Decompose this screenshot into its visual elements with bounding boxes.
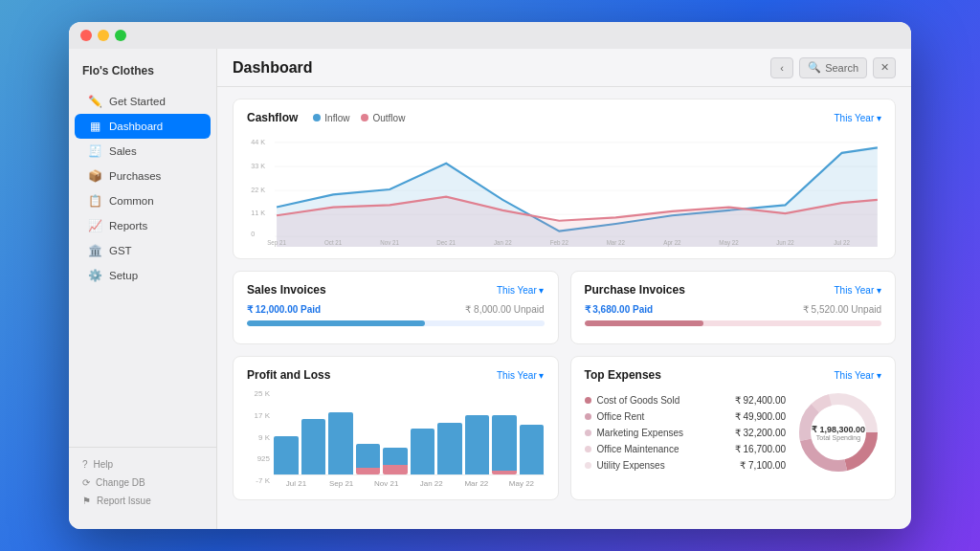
back-button[interactable]: ‹ (770, 57, 793, 78)
cashflow-legend: Inflow Outflow (313, 113, 405, 123)
pl-bar-pos-10 (520, 425, 545, 474)
svg-text:May 22: May 22 (719, 239, 739, 247)
svg-text:33 K: 33 K (251, 162, 265, 170)
pl-bar-5 (383, 389, 408, 474)
expense-dot-2 (585, 413, 591, 420)
sidebar-footer: ? Help ⟳ Change DB ⚑ Report Issue (69, 447, 216, 518)
outflow-label: Outflow (372, 113, 405, 123)
sales-invoices-card: Sales Invoices This Year ▾ ₹ 12,000.00 P… (233, 271, 559, 344)
pl-filter[interactable]: This Year ▾ (497, 370, 544, 381)
minimize-button[interactable] (98, 30, 109, 41)
purchase-invoices-card: Purchase Invoices This Year ▾ ₹ 3,680.00… (570, 271, 897, 344)
sidebar-item-gst[interactable]: 🏛️ GST (75, 238, 211, 263)
pl-bar-6 (411, 389, 435, 474)
report-issue-label: Report Issue (97, 496, 151, 506)
expense-name-4: Office Maintenance (585, 444, 735, 454)
report-issue-link[interactable]: ⚑ Report Issue (69, 492, 216, 510)
sales-invoices-title: Sales Invoices (247, 283, 326, 297)
cashflow-chart: 44 K 33 K 22 K 11 K 0 (247, 132, 881, 247)
expense-label-1: Cost of Goods Sold (597, 395, 680, 406)
pl-bar-neg-4 (356, 468, 381, 474)
expense-amount-4: ₹ 16,700.00 (735, 444, 786, 454)
purchase-invoice-amounts: ₹ 3,680.00 Paid ₹ 5,520.00 Unpaid (585, 304, 882, 315)
pl-x5: Mar 22 (454, 479, 499, 488)
setup-icon: ⚙️ (88, 269, 101, 282)
common-icon: 📋 (88, 194, 101, 208)
pl-x4: Jan 22 (409, 479, 454, 488)
help-link[interactable]: ? Help (69, 455, 216, 474)
expense-amount-3: ₹ 32,200.00 (735, 428, 786, 438)
close-button[interactable] (80, 30, 92, 41)
top-expenses-card: Top Expenses This Year ▾ Cost of Goods S… (570, 356, 897, 500)
sidebar-item-label: Common (109, 195, 154, 207)
top-expenses-filter[interactable]: This Year ▾ (835, 370, 881, 381)
purchase-invoice-bar (585, 320, 882, 326)
pl-bar-pos-3 (328, 412, 353, 474)
expense-amount-1: ₹ 92,400.00 (735, 395, 786, 406)
page-title: Dashboard (233, 59, 313, 77)
sidebar-item-label: Dashboard (109, 121, 163, 132)
pl-bar-pos-7 (437, 423, 462, 474)
expense-label-3: Marketing Expenses (597, 428, 684, 438)
expense-name-5: Utility Expenses (585, 460, 741, 471)
top-expenses-header: Top Expenses This Year ▾ (585, 368, 882, 382)
pl-bar-1 (274, 389, 299, 474)
sidebar-item-sales[interactable]: 🧾 Sales (75, 139, 211, 164)
sidebar-item-reports[interactable]: 📈 Reports (75, 213, 211, 238)
expense-dot-3 (585, 430, 591, 436)
titlebar (69, 22, 911, 49)
svg-text:Jan 22: Jan 22 (494, 239, 512, 246)
svg-text:22 K: 22 K (251, 186, 265, 194)
close-panel-button[interactable]: ✕ (873, 57, 896, 78)
sidebar-item-label: Get Started (109, 96, 166, 107)
header-actions: ‹ 🔍 Search ✕ (770, 57, 896, 78)
search-button[interactable]: 🔍 Search (799, 57, 867, 78)
sidebar-item-setup[interactable]: ⚙️ Setup (75, 263, 211, 288)
pl-bar-9 (492, 389, 517, 474)
brand-name: Flo's Clothes (69, 60, 216, 89)
top-expenses-inner: Cost of Goods Sold ₹ 92,400.00 Office Re… (585, 389, 882, 475)
purchase-paid-amount: ₹ 3,680.00 Paid (585, 304, 654, 315)
sidebar-item-dashboard[interactable]: ▦ Dashboard (75, 114, 211, 139)
pl-y3: 9 K (247, 433, 270, 442)
donut-center: ₹ 1,98,300.00 Total Spending (812, 425, 865, 441)
expense-label-4: Office Maintenance (597, 444, 679, 454)
pl-bar-pos-9 (492, 415, 517, 471)
outflow-dot (361, 114, 368, 121)
cashflow-header: Cashflow Inflow Outflow (247, 111, 881, 124)
pl-bar-7 (437, 389, 462, 474)
sidebar-item-purchases[interactable]: 📦 Purchases (75, 164, 211, 188)
pl-y5: 25 K (247, 389, 270, 398)
purchase-invoices-filter[interactable]: This Year ▾ (835, 285, 881, 296)
purchases-icon: 📦 (88, 169, 101, 183)
expense-row-2: Office Rent ₹ 49,900.00 (585, 408, 787, 425)
expense-name-2: Office Rent (585, 411, 735, 422)
svg-text:Feb 22: Feb 22 (550, 239, 569, 246)
sidebar-item-label: GST (109, 245, 132, 256)
sidebar-item-get-started[interactable]: ✏️ Get Started (75, 89, 211, 114)
expense-amount-2: ₹ 49,900.00 (735, 411, 786, 422)
svg-text:11 K: 11 K (251, 209, 265, 217)
sales-invoices-filter[interactable]: This Year ▾ (497, 285, 544, 296)
sales-icon: 🧾 (88, 144, 101, 158)
db-icon: ⟳ (82, 477, 90, 488)
expense-row-1: Cost of Goods Sold ₹ 92,400.00 (585, 392, 787, 408)
sidebar-item-label: Purchases (109, 170, 161, 182)
dashboard-icon: ▦ (88, 120, 101, 133)
purchase-invoices-title: Purchase Invoices (585, 283, 685, 297)
expense-dot-1 (585, 397, 591, 404)
change-db-label: Change DB (96, 477, 145, 488)
cashflow-filter[interactable]: This Year ▾ (835, 113, 881, 123)
purchase-unpaid-amount: ₹ 5,520.00 Unpaid (803, 304, 881, 315)
pl-title: Profit and Loss (247, 368, 330, 382)
svg-text:Oct 21: Oct 21 (324, 239, 343, 246)
pl-y2: 925 (247, 454, 270, 463)
pl-bar-pos-6 (411, 429, 435, 474)
change-db-link[interactable]: ⟳ Change DB (69, 474, 216, 492)
maximize-button[interactable] (115, 30, 126, 41)
pencil-icon: ✏️ (88, 95, 101, 108)
main-body: Cashflow Inflow Outflow (217, 87, 911, 529)
pl-bar-pos-1 (274, 436, 299, 474)
sidebar-item-common[interactable]: 📋 Common (75, 188, 211, 213)
expense-row-5: Utility Expenses ₹ 7,100.00 (585, 457, 787, 474)
